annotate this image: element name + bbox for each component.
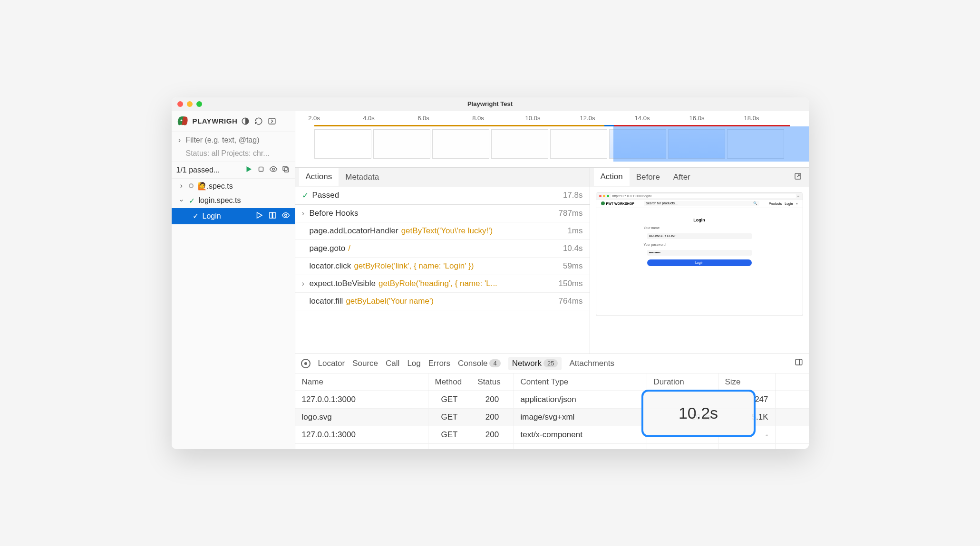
thumbnail[interactable] xyxy=(491,129,548,159)
svg-rect-4 xyxy=(259,167,263,171)
action-row[interactable]: locator.fill getByLabel('Your name')764m… xyxy=(295,293,590,310)
test-name-label: Login xyxy=(203,212,221,220)
show-trace-icon[interactable] xyxy=(268,211,277,221)
tab-actions[interactable]: Actions xyxy=(299,168,339,186)
network-row[interactable]: logo.svgGET200image/svg+xml10.2s5.1K xyxy=(295,409,809,426)
net-duration: 10.2s xyxy=(647,409,718,426)
tab-metadata[interactable]: Metadata xyxy=(339,169,386,186)
action-locator: / xyxy=(348,244,350,253)
toggle-sidebar-icon[interactable] xyxy=(267,116,277,126)
tab-network-label: Network xyxy=(512,359,542,368)
col-duration[interactable]: Duration xyxy=(647,374,718,391)
status-filter-label[interactable]: Status: all xyxy=(186,149,219,157)
col-status[interactable]: Status xyxy=(471,374,514,391)
timeline-tick: 10.0s xyxy=(525,115,541,122)
svg-rect-3 xyxy=(269,118,276,124)
thumbnail[interactable] xyxy=(314,129,371,159)
mini-pw-label: Your password xyxy=(644,243,666,246)
tab-after[interactable]: After xyxy=(667,169,697,186)
action-row[interactable]: › expect.toBeVisible getByRole('heading'… xyxy=(295,275,590,293)
action-status-time: 17.8s xyxy=(563,191,583,200)
spec-file-item-1[interactable]: › 🙋.spec.ts xyxy=(172,179,295,193)
tab-before[interactable]: Before xyxy=(630,169,667,186)
run-all-icon[interactable] xyxy=(244,165,253,175)
preview-tabs: Action Before After xyxy=(590,168,809,187)
check-icon: ✓ xyxy=(189,196,195,205)
net-status: 200 xyxy=(471,391,514,408)
pick-locator-icon[interactable] xyxy=(301,359,310,368)
tab-errors[interactable]: Errors xyxy=(428,359,450,368)
tab-source[interactable]: Source xyxy=(352,359,378,368)
minimize-window-button[interactable] xyxy=(187,101,193,107)
action-time: 59ms xyxy=(563,261,583,271)
close-window-button[interactable] xyxy=(177,101,183,107)
net-ctype: image/svg+xml xyxy=(514,409,647,426)
projects-filter-label[interactable]: Projects: chr... xyxy=(221,149,269,157)
svg-rect-8 xyxy=(270,212,272,218)
run-icon[interactable] xyxy=(255,211,263,221)
network-row[interactable]: 127.0.0.1:3000GET200application/json247 xyxy=(295,391,809,409)
mini-pw-input: •••••••••• xyxy=(647,250,752,256)
theme-toggle-icon[interactable] xyxy=(240,116,251,126)
spec-file-item-2[interactable]: › ✓ login.spec.ts xyxy=(172,193,295,208)
tab-call[interactable]: Call xyxy=(386,359,399,368)
timeline-tick: 6.0s xyxy=(417,115,429,122)
net-method: GET xyxy=(428,426,471,443)
tab-network[interactable]: Network 25 xyxy=(508,357,562,370)
tab-log[interactable]: Log xyxy=(407,359,420,368)
watch-icon[interactable] xyxy=(281,211,290,221)
stop-icon[interactable] xyxy=(257,165,265,175)
popout-icon[interactable] xyxy=(791,172,805,182)
tab-action[interactable]: Action xyxy=(594,168,630,186)
status-row: Status: all Projects: chr... xyxy=(172,148,295,162)
thumbnail[interactable] xyxy=(373,129,430,159)
watch-icon[interactable] xyxy=(269,165,278,175)
thumbnail[interactable] xyxy=(550,129,607,159)
thumbnail[interactable] xyxy=(727,129,784,159)
panel-layout-icon[interactable] xyxy=(795,358,803,369)
network-row[interactable]: 127.0.0.1:3000GET200text/x-component- xyxy=(295,426,809,444)
action-row[interactable]: locator.click getByRole('link', { name: … xyxy=(295,258,590,275)
action-row[interactable]: page.addLocatorHandler getByText('You\'r… xyxy=(295,222,590,240)
tab-locator[interactable]: Locator xyxy=(318,359,345,368)
action-row[interactable]: page.goto /10.4s xyxy=(295,240,590,258)
refresh-icon[interactable] xyxy=(253,116,264,126)
copy-icon[interactable] xyxy=(281,165,290,175)
col-name[interactable]: Name xyxy=(295,374,428,391)
timeline[interactable]: 2.0s4.0s6.0s8.0s10.0s12.0s14.0s16.0s18.0… xyxy=(295,111,809,168)
preview-content: http://127.0.0.1:3000/login/ ≡ PWT WORKS… xyxy=(590,187,809,354)
col-size[interactable]: Size xyxy=(718,374,776,391)
tab-console[interactable]: Console 4 xyxy=(458,359,501,368)
console-badge: 4 xyxy=(489,359,500,367)
thumbnail[interactable] xyxy=(432,129,489,159)
net-size: 5.1K xyxy=(718,409,776,426)
net-size: 247 xyxy=(718,391,776,408)
filter-input[interactable] xyxy=(186,136,290,144)
test-item-login[interactable]: ✓ Login xyxy=(172,208,295,224)
action-status-label: Passed xyxy=(312,191,340,200)
pass-summary-row: 1/1 passed... xyxy=(172,162,295,179)
network-row[interactable]: 127.0.0.1:3000GET200text/x-component18ms… xyxy=(295,444,809,449)
col-ctype[interactable]: Content Type xyxy=(514,374,647,391)
svg-rect-6 xyxy=(284,168,289,172)
action-name: expect.toBeVisible xyxy=(310,279,376,288)
maximize-window-button[interactable] xyxy=(196,101,202,107)
mini-nav: PWT WORKSHOP Search for products...🔍 Pro… xyxy=(596,200,803,208)
action-row[interactable]: › Before Hooks787ms xyxy=(295,205,590,222)
bottom-panel: Locator Source Call Log Errors Console 4… xyxy=(295,354,809,449)
tab-attachments[interactable]: Attachments xyxy=(569,359,614,368)
mini-name-input: BROWSER CONF xyxy=(647,233,752,239)
net-status: 200 xyxy=(471,444,514,449)
col-method[interactable]: Method xyxy=(428,374,471,391)
chevron-right-icon[interactable]: › xyxy=(176,136,183,144)
hamburger-icon: ≡ xyxy=(797,194,800,198)
filter-row: › xyxy=(172,132,295,148)
net-size: - xyxy=(718,426,776,443)
action-list: ✓ Passed 17.8s › Before Hooks787ms page.… xyxy=(295,187,590,354)
action-locator: getByLabel('Your name') xyxy=(346,297,433,306)
mini-login-button: Login xyxy=(647,259,752,266)
net-method: GET xyxy=(428,444,471,449)
thumbnail[interactable] xyxy=(668,129,725,159)
net-ctype: text/x-component xyxy=(514,444,647,449)
thumbnail[interactable] xyxy=(609,129,666,159)
